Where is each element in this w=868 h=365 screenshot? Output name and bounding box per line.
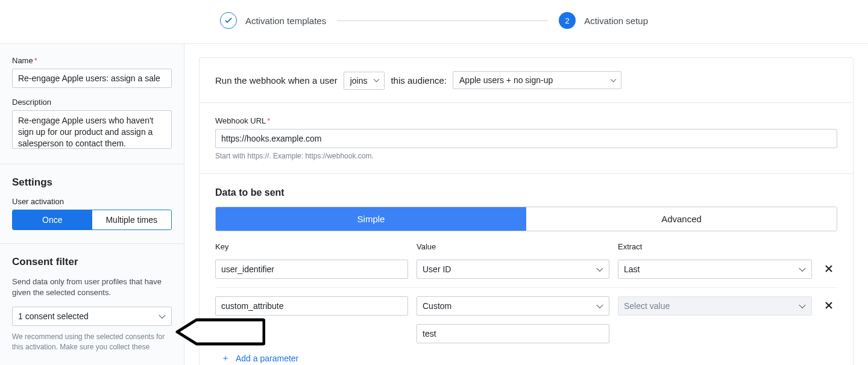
stepper: Activation templates 2 Activation setup xyxy=(0,0,868,43)
data-to-send-heading: Data to be sent xyxy=(215,187,837,198)
settings-heading: Settings xyxy=(12,176,172,189)
description-input[interactable]: Re-engage Apple users who haven't sign u… xyxy=(12,110,172,149)
config-card: Run the webhook when a user joins this a… xyxy=(199,57,854,365)
col-value: Value xyxy=(417,242,609,251)
name-input[interactable] xyxy=(12,69,172,88)
param-extract-select-disabled: Select value xyxy=(618,296,812,316)
user-activation-toggle: Once Multiple times xyxy=(12,210,172,230)
step-divider xyxy=(337,20,548,21)
run-line: Run the webhook when a user joins this a… xyxy=(215,71,837,89)
run-mode-select[interactable]: joins xyxy=(344,72,385,90)
user-activation-label: User activation xyxy=(12,197,172,206)
param-extract-select[interactable]: Last xyxy=(618,260,812,279)
plus-icon: ＋ xyxy=(221,353,230,364)
col-key: Key xyxy=(215,242,408,251)
main: Run the webhook when a user joins this a… xyxy=(184,44,868,365)
data-tabs: Simple Advanced xyxy=(215,207,837,231)
consent-heading: Consent filter xyxy=(12,256,172,268)
step-activation-templates[interactable]: Activation templates xyxy=(220,12,326,29)
consent-footnote: We recommend using the selected consents… xyxy=(12,332,172,352)
param-custom-value-input[interactable] xyxy=(417,324,609,343)
run-prefix: Run the webhook when a user xyxy=(215,75,338,86)
param-value-select[interactable]: User ID xyxy=(417,260,609,279)
params-grid: Key Value Extract User ID Last Custom Se… xyxy=(215,242,837,343)
tab-simple[interactable]: Simple xyxy=(216,207,526,231)
col-extract: Extract xyxy=(618,242,812,251)
remove-row-icon[interactable] xyxy=(820,264,837,275)
sidebar: Name* Description Re-engage Apple users … xyxy=(0,44,184,365)
run-mid: this audience: xyxy=(391,75,447,86)
webhook-hint: Start with https://. Example: https://we… xyxy=(215,152,837,160)
remove-row-icon[interactable] xyxy=(820,301,837,311)
step-label: Activation templates xyxy=(245,16,326,26)
param-value-select[interactable]: Custom xyxy=(417,296,609,316)
step-label: Activation setup xyxy=(584,16,648,26)
webhook-url-label: Webhook URL* xyxy=(215,116,837,125)
webhook-url-input[interactable] xyxy=(215,129,837,148)
consent-select[interactable]: 1 consent selected xyxy=(12,307,172,326)
toggle-multiple[interactable]: Multiple times xyxy=(92,210,172,229)
param-key-input[interactable] xyxy=(215,260,408,279)
step-number-icon: 2 xyxy=(559,12,576,29)
description-label: Description xyxy=(12,98,172,107)
audience-select[interactable]: Apple users + no sign-up xyxy=(453,71,621,89)
tab-advanced[interactable]: Advanced xyxy=(526,207,837,231)
toggle-once[interactable]: Once xyxy=(13,210,92,229)
check-icon xyxy=(220,12,237,29)
step-activation-setup[interactable]: 2 Activation setup xyxy=(559,12,648,29)
param-key-input[interactable] xyxy=(215,296,408,316)
name-label: Name* xyxy=(12,56,172,65)
arrow-callout-icon xyxy=(175,317,265,348)
consent-help: Send data only from user profiles that h… xyxy=(12,276,172,298)
